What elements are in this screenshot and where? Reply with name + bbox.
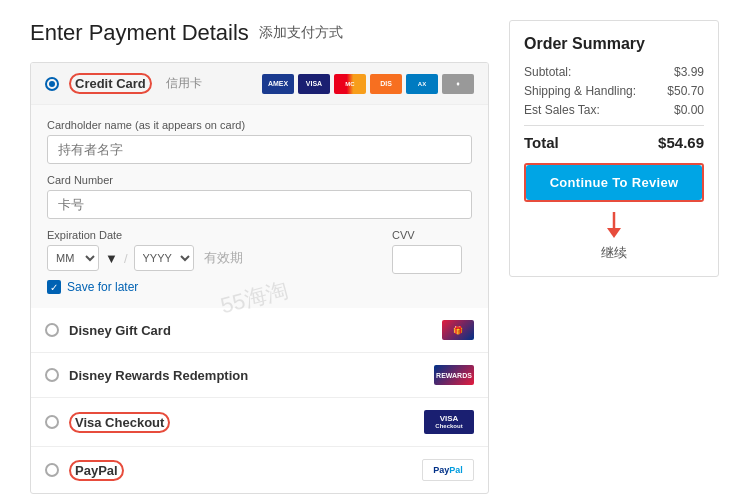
arrow-annotation: 继续: [524, 210, 704, 262]
disney-rewards-option[interactable]: Disney Rewards Redemption REWARDS: [31, 353, 488, 398]
payment-section: 55海淘 Credit Card 信用卡 AMEX VISA MC DIS AX…: [30, 62, 489, 494]
card-number-input[interactable]: [47, 190, 472, 219]
disney-rewards-icon: REWARDS: [434, 365, 474, 385]
left-panel: Enter Payment Details 添加支付方式 55海淘 Credit…: [30, 20, 489, 494]
amex-card-icon: AMEX: [262, 74, 294, 94]
paypal-icon: PayPal: [422, 459, 474, 481]
continue-btn-wrapper: Continue To Review 继续: [524, 163, 704, 262]
expiry-month-select[interactable]: MM: [47, 245, 99, 271]
expiry-cvv-row: Expiration Date MM ▼ / YYYY 有效期: [47, 229, 472, 274]
credit-card-form: Cardholder name (as it appears on card) …: [31, 105, 488, 308]
visa-card-icon: VISA: [298, 74, 330, 94]
visa-checkout-radio[interactable]: [45, 415, 59, 429]
expiry-row: MM ▼ / YYYY 有效期: [47, 245, 382, 271]
cvv-label: CVV: [392, 229, 472, 241]
shipping-row: Shipping & Handling: $50.70: [524, 84, 704, 98]
disney-gift-icon: 🎁: [442, 320, 474, 340]
paypal-option[interactable]: PayPal PayPal: [31, 447, 488, 493]
tax-row: Est Sales Tax: $0.00: [524, 103, 704, 117]
continue-cn-label: 继续: [601, 244, 627, 262]
visa-checkout-highlight: Visa Checkout: [69, 412, 170, 433]
subtotal-label: Subtotal:: [524, 65, 571, 79]
tax-value: $0.00: [674, 103, 704, 117]
arrow-icon: [599, 210, 629, 240]
subtotal-row: Subtotal: $3.99: [524, 65, 704, 79]
summary-divider: [524, 125, 704, 126]
save-row: Save for later: [47, 280, 472, 294]
paypal-highlight: PayPal: [69, 460, 124, 481]
svg-marker-1: [607, 228, 621, 238]
cvv-group: CVV: [392, 229, 472, 274]
disney-rewards-radio[interactable]: [45, 368, 59, 382]
disney-gift-option[interactable]: Disney Gift Card 🎁: [31, 308, 488, 353]
cardholder-label: Cardholder name (as it appears on card): [47, 119, 472, 131]
continue-button[interactable]: Continue To Review: [526, 165, 702, 200]
expiry-cn-label: 有效期: [204, 249, 243, 267]
expiry-year-select[interactable]: YYYY: [134, 245, 194, 271]
visa-checkout-icon: VISA Checkout: [424, 410, 474, 434]
expiry-separator: ▼: [105, 251, 118, 266]
credit-card-option[interactable]: Credit Card 信用卡 AMEX VISA MC DIS AX ♦: [31, 63, 488, 105]
mastercard-icon: MC: [334, 74, 366, 94]
discover-icon: DIS: [370, 74, 402, 94]
total-row: Total $54.69: [524, 134, 704, 151]
credit-card-radio[interactable]: [45, 77, 59, 91]
credit-card-label-highlight: Credit Card: [69, 73, 152, 94]
other-card-icon: ♦: [442, 74, 474, 94]
amex2-icon: AX: [406, 74, 438, 94]
paypal-radio[interactable]: [45, 463, 59, 477]
shipping-label: Shipping & Handling:: [524, 84, 636, 98]
save-label: Save for later: [67, 280, 138, 294]
right-panel: Order Summary Subtotal: $3.99 Shipping &…: [509, 20, 719, 494]
expiry-label: Expiration Date: [47, 229, 382, 241]
cardholder-input[interactable]: [47, 135, 472, 164]
visa-checkout-option[interactable]: Visa Checkout VISA Checkout: [31, 398, 488, 447]
continue-btn-border: Continue To Review: [524, 163, 704, 202]
subtotal-value: $3.99: [674, 65, 704, 79]
order-summary-title: Order Summary: [524, 35, 704, 53]
expiry-group: Expiration Date MM ▼ / YYYY 有效期: [47, 229, 382, 271]
disney-gift-radio[interactable]: [45, 323, 59, 337]
total-value: $54.69: [658, 134, 704, 151]
page-title: Enter Payment Details 添加支付方式: [30, 20, 489, 46]
cvv-input[interactable]: [392, 245, 462, 274]
order-summary-box: Order Summary Subtotal: $3.99 Shipping &…: [509, 20, 719, 277]
tax-label: Est Sales Tax:: [524, 103, 600, 117]
shipping-value: $50.70: [667, 84, 704, 98]
save-checkbox[interactable]: [47, 280, 61, 294]
card-number-label: Card Number: [47, 174, 472, 186]
total-label: Total: [524, 134, 559, 151]
card-icons: AMEX VISA MC DIS AX ♦: [262, 74, 474, 94]
